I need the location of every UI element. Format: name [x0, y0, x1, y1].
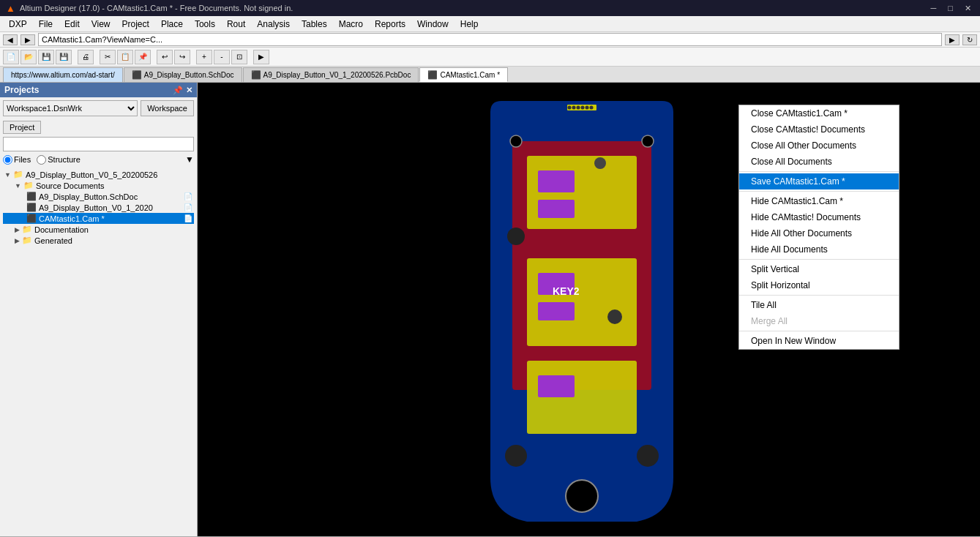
minimize-button[interactable]: ─ — [928, 4, 940, 13]
tab-schdoc-label: A9_Display_Button.SchDoc — [144, 71, 234, 79]
pcbdoc-icon: ⬛ — [26, 203, 37, 212]
toolbar-new[interactable]: 📄 — [3, 50, 19, 64]
toolbar-cut[interactable]: ✂ — [100, 50, 116, 64]
tab-pcbdoc-label: A9_Display_Button_V0_1_20200526.PcbDoc — [263, 71, 411, 79]
toolbar-undo[interactable]: ↩ — [157, 50, 173, 64]
ctx-item-hide-other[interactable]: Hide All Other Documents — [739, 225, 899, 241]
title-bar-controls: ─ □ ✕ — [928, 4, 974, 13]
radio-structure-label[interactable]: Structure — [37, 155, 81, 165]
tree-generated[interactable]: ▶ 📁 Generated — [3, 235, 194, 246]
toolbar-print[interactable]: 🖨 — [78, 50, 94, 64]
close-button[interactable]: ✕ — [962, 4, 974, 13]
radio-group: Files Structure ▼ — [0, 153, 197, 166]
svg-point-17 — [642, 135, 654, 147]
svg-point-25 — [590, 106, 594, 110]
toolbar-open[interactable]: 📂 — [20, 50, 37, 64]
toolbar-zoom-fit[interactable]: ⊡ — [231, 50, 247, 64]
tree-schdoc[interactable]: ⬛ A9_Display_Button.SchDoc 📄 — [3, 191, 194, 202]
ctx-item-close-all[interactable]: Close All Documents — [739, 154, 899, 170]
tree-pcbdoc[interactable]: ⬛ A9_Display_Button_V0_1_2020 📄 — [3, 202, 194, 213]
menu-item-place[interactable]: Place — [155, 18, 189, 31]
menu-item-help[interactable]: Help — [455, 18, 485, 31]
menu-item-window[interactable]: Window — [411, 18, 455, 31]
canvas-area[interactable]: KEY2 Close CAMtastic1.Cam *Close CAMtast… — [198, 83, 980, 536]
pcbdoc-label: A9_Display_Button_V0_1_2020 — [39, 203, 153, 212]
app-logo: ▲ — [6, 3, 15, 14]
nav-refresh-button[interactable]: ↻ — [962, 34, 977, 45]
gen-folder-icon: 📁 — [22, 236, 32, 245]
toolbar-save[interactable]: 💾 — [38, 50, 54, 64]
menu-item-tables[interactable]: Tables — [296, 18, 333, 31]
workspace-select[interactable]: Workspace1.DsnWrk — [3, 100, 138, 116]
tab-schdoc[interactable]: ⬛ A9_Display_Button.SchDoc — [124, 67, 242, 82]
ctx-separator-sep2 — [739, 191, 899, 192]
menu-item-project[interactable]: Project — [116, 18, 155, 31]
title-bar-left: ▲ Altium Designer (17.0) - CAMtastic1.Ca… — [6, 3, 293, 14]
menu-item-file[interactable]: File — [33, 18, 59, 31]
toolbar-paste[interactable]: 📌 — [135, 50, 151, 64]
view-options-button[interactable]: ▼ — [185, 154, 194, 165]
ctx-item-open-new[interactable]: Open In New Window — [739, 333, 899, 349]
source-expand-icon: ▼ — [15, 182, 21, 189]
ctx-item-close-cam-docs[interactable]: Close CAMtastic! Documents — [739, 121, 899, 138]
root-icon: 📁 — [13, 170, 23, 179]
radio-structure[interactable] — [37, 155, 46, 165]
ctx-item-save-cam[interactable]: Save CAMtastic1.Cam * — [739, 173, 899, 189]
ctx-item-close-other[interactable]: Close All Other Documents — [739, 138, 899, 154]
tab-web[interactable]: https://www.altium.com/ad-start/ — [3, 67, 123, 82]
ctx-separator-sep5 — [739, 331, 899, 331]
nav-back-button[interactable]: ◀ — [3, 34, 18, 45]
panel-title: Projects — [4, 85, 39, 95]
title-bar: ▲ Altium Designer (17.0) - CAMtastic1.Ca… — [0, 0, 980, 16]
svg-point-15 — [637, 445, 659, 467]
menu-item-reports[interactable]: Reports — [369, 18, 411, 31]
main-layout: Projects 📌 ✕ Workspace1.DsnWrk Workspace… — [0, 83, 980, 536]
tree-cam[interactable]: ⬛ CAMtastic1.Cam * 📄 — [3, 213, 194, 224]
ctx-item-split-v[interactable]: Split Vertical — [739, 261, 899, 277]
expand-icon: ▼ — [4, 171, 11, 179]
radio-files[interactable] — [3, 155, 12, 165]
generated-label: Generated — [34, 236, 72, 245]
project-button[interactable]: Project — [3, 121, 41, 134]
tab-cam-icon: ⬛ — [427, 70, 438, 80]
search-input[interactable] — [3, 137, 194, 151]
panel-pin-icon[interactable]: 📌 — [173, 86, 183, 95]
toolbar-zoom-out[interactable]: - — [214, 50, 230, 64]
ctx-item-hide-cam[interactable]: Hide CAMtastic1.Cam * — [739, 193, 899, 209]
ctx-item-hide-cam-docs[interactable]: Hide CAMtastic! Documents — [739, 209, 899, 225]
menu-item-dxp[interactable]: DXP — [3, 18, 33, 31]
toolbar-redo[interactable]: ↪ — [174, 50, 190, 64]
tab-cam[interactable]: ⬛ CAMtastic1.Cam * — [419, 67, 508, 82]
panel-close-icon[interactable]: ✕ — [186, 86, 192, 95]
tree-root[interactable]: ▼ 📁 A9_Display_Button_V0_5_20200526 — [3, 169, 194, 180]
tree-documentation[interactable]: ▶ 📁 Documentation — [3, 224, 194, 235]
address-bar-input[interactable] — [38, 33, 942, 46]
nav-forward-button[interactable]: ▶ — [20, 34, 35, 45]
ctx-item-close-cam[interactable]: Close CAMtastic1.Cam * — [739, 105, 899, 121]
menu-item-tools[interactable]: Tools — [189, 18, 221, 31]
ctx-item-hide-all[interactable]: Hide All Documents — [739, 241, 899, 258]
toolbar-save-all[interactable]: 💾 — [56, 50, 72, 64]
menu-item-edit[interactable]: Edit — [59, 18, 86, 31]
menu-item-macro[interactable]: Macro — [333, 18, 369, 31]
doc-folder-icon: 📁 — [22, 225, 32, 234]
maximize-button[interactable]: □ — [945, 4, 956, 13]
toolbar-copy[interactable]: 📋 — [117, 50, 133, 64]
schdoc-icon: ⬛ — [26, 192, 37, 201]
search-area — [0, 135, 197, 153]
workspace-button[interactable]: Workspace — [141, 100, 194, 116]
tab-pcbdoc[interactable]: ⬛ A9_Display_Button_V0_1_20200526.PcbDoc — [243, 67, 419, 82]
menu-item-analysis[interactable]: Analysis — [251, 18, 296, 31]
tree-source-docs[interactable]: ▼ 📁 Source Documents — [3, 180, 194, 191]
toolbar-more[interactable]: ▶ — [253, 50, 269, 64]
ctx-item-split-h[interactable]: Split Horizontal — [739, 277, 899, 293]
nav-go-button[interactable]: ▶ — [945, 34, 960, 45]
radio-files-label[interactable]: Files — [3, 155, 31, 165]
menu-item-view[interactable]: View — [86, 18, 116, 31]
svg-point-22 — [577, 106, 580, 110]
ctx-item-merge-all: Merge All — [739, 313, 899, 329]
menu-item-rout[interactable]: Rout — [221, 18, 251, 31]
toolbar-zoom-in[interactable]: + — [196, 50, 212, 64]
svg-rect-9 — [538, 375, 575, 397]
ctx-item-tile-all[interactable]: Tile All — [739, 297, 899, 313]
